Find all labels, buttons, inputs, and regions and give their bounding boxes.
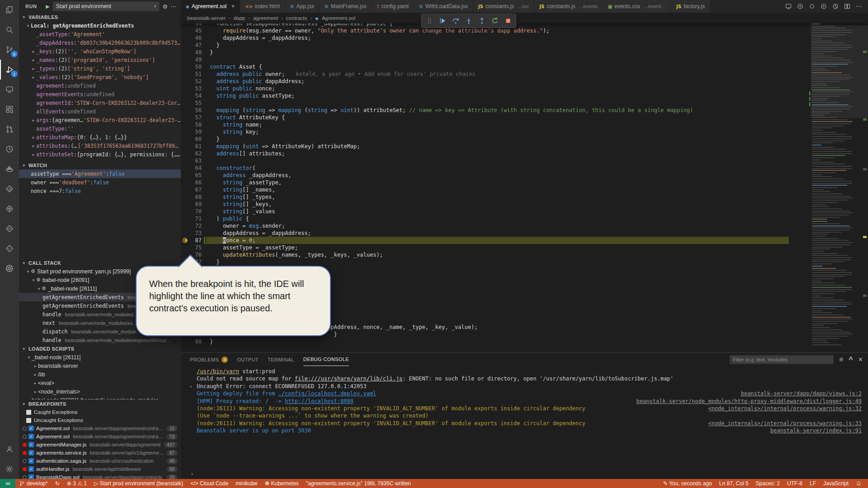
breadcrumb-item[interactable]: agreement	[253, 15, 278, 21]
status-indentation[interactable]: Spaces: 2	[752, 479, 783, 488]
variable-row[interactable]: ▸attributeMap: {0: {…}, 1: {…}}	[19, 133, 181, 141]
status-cursor-position[interactable]: Ln 87, Col 5	[716, 479, 752, 488]
breakpoint-item[interactable]: ✓authentication.saga.jsbeanstalk-ui/src/…	[19, 457, 181, 465]
code-line[interactable]: 44 function setDappAddress(address _dapp…	[181, 23, 868, 27]
code-line[interactable]: 87 nonce = 0;You, seconds ago • Uncommit…	[181, 237, 868, 244]
variable-row[interactable]: agreement: undefined	[19, 81, 181, 90]
status-encoding[interactable]: UTF-8	[783, 479, 806, 488]
source-location-link[interactable]: beanstalk-server/node_modules/http-proxy…	[637, 398, 864, 405]
watch-row[interactable]: owner === 'deadbeef': false	[19, 178, 181, 187]
code-line[interactable]: 60 }	[181, 136, 868, 143]
section-header[interactable]: ▾BREAKPOINTS	[19, 399, 181, 408]
nav-back-icon[interactable]	[797, 3, 804, 10]
status-file-written[interactable]: "agreements.service.js" 196L 7835C writt…	[302, 479, 415, 488]
exception-toggle[interactable]: Caught Exceptions	[19, 408, 181, 416]
code-line[interactable]: 70 string[] _values	[181, 208, 868, 215]
code-line[interactable]: 63	[181, 157, 868, 164]
variable-row[interactable]: ▸_values: (2) ['SeedProgram', 'nobody']	[19, 73, 181, 81]
console-prompt[interactable]: ›	[190, 470, 194, 477]
code-line[interactable]: 45 require(msg.sender == owner, "Only th…	[181, 27, 868, 34]
breadcrumb-file[interactable]: Agreement.sol	[322, 15, 355, 21]
code-line[interactable]: 46 dappAddress = _dappAddress;	[181, 34, 868, 42]
split-editor-icon[interactable]	[844, 3, 851, 10]
explorer-button[interactable]	[0, 0, 19, 20]
restart-button[interactable]	[489, 15, 500, 27]
panel-tab-debug-console[interactable]: DEBUG CONSOLE	[303, 353, 349, 366]
status-blame[interactable]: ✎ You, seconds ago	[660, 479, 716, 488]
status-git-branch[interactable]: develop*	[15, 479, 52, 488]
variable-row[interactable]: agreementEvents: undefined	[19, 90, 181, 99]
checkbox-unchecked[interactable]	[26, 418, 31, 423]
record-icon[interactable]	[808, 3, 816, 10]
screencast-icon[interactable]	[785, 3, 792, 10]
section-header[interactable]: ▾VARIABLES	[19, 13, 181, 21]
checkbox-checked[interactable]: ✓	[28, 426, 34, 431]
watch-row[interactable]: nonce === 7: false	[19, 187, 181, 195]
console-link[interactable]: file:///usr/share/yarn/lib/cli.js	[295, 375, 402, 382]
loaded-script-item[interactable]: ▸<eval>	[19, 379, 181, 387]
breakpoint-item[interactable]: ✓agreementManager.jsbeanstalk-server/dap…	[19, 441, 181, 449]
console-link[interactable]: /usr/bin/yarn	[197, 368, 239, 375]
source-control-button[interactable]: 6	[0, 40, 19, 60]
code-line[interactable]: 68 string[] _types,	[181, 193, 868, 201]
settings-gear-button[interactable]	[0, 459, 19, 479]
checkbox-checked[interactable]: ✓	[28, 450, 34, 455]
status-debug-launch[interactable]: ▷ Start prod environment (beanstalk)	[90, 479, 187, 488]
remote-indicator[interactable]: ><	[0, 479, 15, 488]
watch-row[interactable]: assetType === 'Agreement': false	[19, 169, 181, 178]
tab-index-html[interactable]: <>index.html	[240, 0, 285, 13]
source-location-link[interactable]: <node_internals>/internal/process/warnin…	[708, 420, 863, 427]
code-line[interactable]: 62 address[] attributes;	[181, 150, 868, 157]
variable-row[interactable]: _dappAddress: 'db037c30b429663623b909c8b…	[19, 38, 181, 47]
loaded-script-item[interactable]: ▾_babel-node [26111]	[19, 353, 181, 361]
source-location-link[interactable]: beanstalk-server/dapp/dapp/views.js:2	[741, 390, 863, 397]
close-panel-icon[interactable]: ×	[859, 356, 863, 364]
section-header[interactable]: ▾WATCH	[19, 161, 181, 169]
checkbox-checked[interactable]: ✓	[28, 458, 34, 464]
checkbox-checked[interactable]: ✓	[28, 474, 34, 479]
breakpoint-item[interactable]: ✓Agreement.solbeanstalk-server/dapp/agre…	[19, 432, 181, 441]
stop-button[interactable]	[502, 15, 514, 27]
launch-config-dropdown[interactable]: Start prod environment ▾	[52, 1, 160, 11]
loaded-script-item[interactable]: ▸babel-node [26091] /beanstalk-server/no…	[19, 396, 181, 399]
console-link[interactable]: http://localhost:8080	[285, 398, 354, 405]
github-pull-requests-button[interactable]	[0, 119, 19, 139]
code-line[interactable]: 88}	[181, 338, 868, 345]
code-line[interactable]: 67 string[] _names,	[181, 186, 868, 193]
code-line[interactable]: 66 string _assetType,	[181, 179, 868, 186]
variable-row[interactable]: ▸attributeSet: {programId: {…}, permissi…	[19, 150, 181, 159]
checkbox-checked[interactable]: ✓	[28, 466, 34, 472]
code-line[interactable]: 73 dappAddress = _dappAddress;	[181, 230, 868, 237]
breakpoint-item[interactable]: ✓agreements.service.jsbeanstalk-server/a…	[19, 449, 181, 457]
checkbox-checked[interactable]: ✓	[28, 442, 34, 447]
code-line[interactable]: 50contract Asset {	[181, 63, 868, 70]
status-cloud-code[interactable]: </> Cloud Code	[187, 479, 232, 488]
panel-tab-output[interactable]: OUTPUT	[237, 353, 259, 366]
step-out-button[interactable]	[476, 15, 487, 27]
variable-row[interactable]: agreementId: 'STEW-Corn-EKD263122-dealer…	[19, 99, 181, 107]
code-line[interactable]: 52 address public dappAddress;	[181, 78, 868, 85]
code-line[interactable]: 65 address _dappAddress,	[181, 172, 868, 179]
code-line[interactable]: 53 uint public nonce;	[181, 85, 868, 92]
code-line[interactable]: 47 }	[181, 42, 868, 49]
tab-config-yaml[interactable]: !config.yaml	[372, 0, 414, 13]
console-link[interactable]: ./config/localhost.deploy.yaml	[278, 390, 377, 397]
code-line[interactable]: 57 struct AttributeKey {	[181, 114, 868, 121]
code-line[interactable]: 49	[181, 56, 868, 63]
breadcrumb-item[interactable]: dapp	[234, 15, 245, 21]
tab-constants-js[interactable]: JSconstants.js…/src	[473, 0, 534, 13]
section-header[interactable]: ▾LOADED SCRIPTS	[19, 344, 181, 353]
breakpoint-item[interactable]: ✓BeanstalkDapp.solbeanstalk-server/dapp/…	[19, 473, 181, 479]
status-problems[interactable]: ⊗ 3 ⚠ 1	[63, 479, 90, 488]
variable-row[interactable]: ▸_names: (2) ['programId', 'permissions'…	[19, 56, 181, 64]
cloud-at-button[interactable]: @	[0, 179, 19, 199]
source-location-link[interactable]: <node_internals>/internal/process/warnin…	[708, 405, 863, 412]
code-line[interactable]: 51 address public owner;koteld, a year a…	[181, 70, 868, 78]
status-eol[interactable]: LF	[806, 479, 820, 488]
tab-events-csv[interactable]: ▦events.csv…/event/…	[603, 0, 671, 13]
panel-tab-terminal[interactable]: TERMINAL	[268, 353, 294, 366]
loaded-script-item[interactable]: ▸beanstalk-server	[19, 361, 181, 370]
loaded-script-item[interactable]: ▸<node_internals>	[19, 387, 181, 396]
more-actions-icon[interactable]: ⋯	[170, 3, 176, 10]
status-kubernetes[interactable]: ☸ Kubernetes	[261, 479, 302, 488]
